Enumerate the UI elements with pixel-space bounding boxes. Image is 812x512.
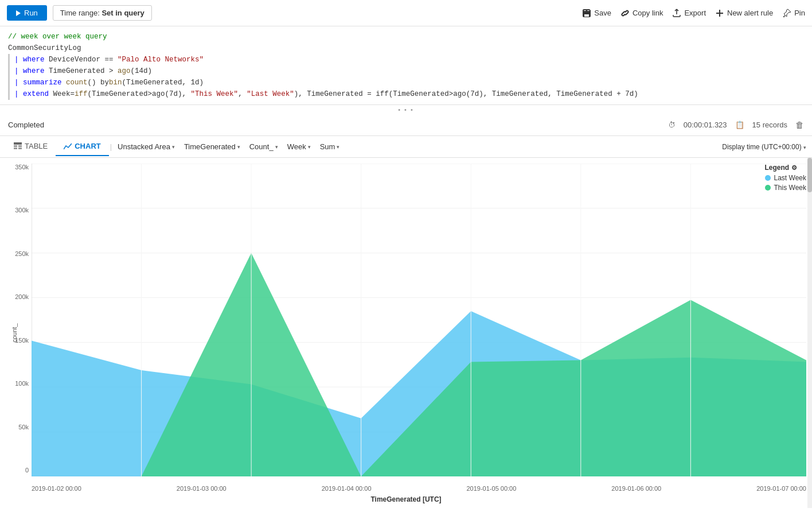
copy-records-icon: 📋 <box>735 121 744 129</box>
legend-title: Legend ⚙ <box>765 164 806 172</box>
chart-type-dropdown[interactable]: Unstacked Area ▾ <box>113 140 179 153</box>
legend-item-lastweek: Last Week <box>765 174 806 182</box>
pin-label: Pin <box>794 9 805 17</box>
y-tick-150k: 150k <box>15 337 29 344</box>
fn-iff: iff <box>75 88 88 100</box>
export-icon <box>672 9 681 18</box>
x-label-2: 2019-01-04 00:00 <box>322 485 372 492</box>
chevron-down-icon: ▾ <box>172 144 175 150</box>
results-bar-right: ⏱ 00:00:01.323 📋 15 records 🗑 <box>668 120 804 130</box>
x-axis-labels: 2019-01-02 00:00 2019-01-03 00:00 2019-0… <box>32 485 806 492</box>
query-field-2: TimeGenerated <box>49 65 105 77</box>
query-bar-4 <box>8 88 10 100</box>
time-range-label: Time range: <box>60 9 100 17</box>
chevron-down-icon-6: ▾ <box>803 145 806 150</box>
status-completed: Completed <box>8 121 44 129</box>
view-tabs: TABLE CHART | Unstacked Area ▾ TimeGener… <box>0 136 812 158</box>
legend-settings-icon[interactable]: ⚙ <box>791 164 797 171</box>
y-tick-350k: 350k <box>15 164 29 170</box>
fn-bin: bin <box>109 77 122 88</box>
y-tick-50k: 50k <box>18 424 29 430</box>
query-field-week: Week <box>53 88 71 100</box>
tab-separator: | <box>110 142 112 151</box>
run-button[interactable]: Run <box>7 5 47 21</box>
chevron-down-icon-4: ▾ <box>308 144 311 150</box>
plus-icon <box>715 9 724 18</box>
query-line-3: | where TimeGenerated > ago(14d) <box>8 65 804 77</box>
query-line-5: | extend Week = iff(TimeGenerated>ago(7d… <box>8 88 804 100</box>
y-tick-100k: 100k <box>15 380 29 387</box>
results-bar-left: Completed <box>8 121 44 129</box>
legend-item-thisweek: This Week <box>765 184 806 192</box>
aggregation-dropdown[interactable]: Sum ▾ <box>315 140 345 153</box>
display-time-label: Display time (UTC+00:00) <box>722 143 801 151</box>
time-range-button[interactable]: Time range: Set in query <box>53 5 152 21</box>
chart-type-label: Unstacked Area <box>118 142 170 151</box>
chevron-down-icon-5: ▾ <box>337 144 339 150</box>
tab-table[interactable]: TABLE <box>6 137 56 156</box>
svg-rect-3 <box>14 148 17 149</box>
keyword-summarize: | summarize <box>14 77 62 88</box>
play-icon <box>16 10 21 16</box>
save-icon <box>582 9 591 18</box>
svg-rect-0 <box>14 142 22 145</box>
fn-count: count <box>66 77 88 88</box>
toolbar-right: Save Copy link Export New alert rule Pin <box>582 9 805 18</box>
x-axis-label: TimeGenerated <box>184 142 236 151</box>
display-time-dropdown[interactable]: Display time (UTC+00:00) ▾ <box>722 143 806 151</box>
query-string-vendor: "Palo Alto Networks" <box>118 54 204 65</box>
tab-chart-label: CHART <box>75 142 101 150</box>
save-button[interactable]: Save <box>582 9 611 18</box>
keyword-where-2: | where <box>14 65 45 77</box>
legend-dot-thisweek <box>765 185 771 191</box>
svg-rect-2 <box>18 145 22 147</box>
y-tick-0: 0 <box>25 467 29 474</box>
aggregation-label: Sum <box>320 142 335 151</box>
legend-label-lastweek: Last Week <box>774 174 806 182</box>
fn-count-arg: () by <box>88 77 110 88</box>
svg-rect-1 <box>14 145 17 147</box>
scrollbar-track[interactable] <box>807 158 812 508</box>
x-axis-dropdown[interactable]: TimeGenerated ▾ <box>179 140 245 153</box>
legend-label-thisweek: This Week <box>774 184 806 192</box>
fn-bin-arg: (TimeGenerated, 1d) <box>122 77 204 88</box>
pin-button[interactable]: Pin <box>782 9 805 18</box>
y-tick-300k: 300k <box>15 207 29 214</box>
pin-icon <box>782 9 791 18</box>
chart-area: count_ 0 50k 100k 150k 200k 250k 300k 35… <box>0 158 812 508</box>
y-tick-250k: 250k <box>15 250 29 257</box>
y-tick-200k: 200k <box>15 293 29 300</box>
split-by-label: Week <box>287 142 306 151</box>
query-table: CommonSecurityLog <box>8 42 81 54</box>
delete-icon[interactable]: 🗑 <box>795 120 804 130</box>
query-line-2: | where DeviceVendor == "Palo Alto Netwo… <box>8 54 804 65</box>
split-by-dropdown[interactable]: Week ▾ <box>283 140 315 153</box>
scrollbar-thumb[interactable] <box>807 158 812 192</box>
chevron-down-icon-3: ▾ <box>275 144 278 150</box>
query-field: DeviceVendor <box>49 54 100 65</box>
tab-table-label: TABLE <box>25 142 48 150</box>
new-alert-rule-button[interactable]: New alert rule <box>715 9 773 18</box>
copy-link-label: Copy link <box>633 9 663 17</box>
x-label-5: 2019-01-07 00:00 <box>756 485 806 492</box>
export-label: Export <box>684 9 706 17</box>
fn-ago-arg: (14d) <box>131 65 153 77</box>
query-line-1: CommonSecurityLog <box>8 42 804 54</box>
legend-dot-lastweek <box>765 175 771 181</box>
y-axis-label: Count_ <box>249 142 274 151</box>
copy-link-button[interactable]: Copy link <box>620 9 663 18</box>
drag-handle[interactable]: • • • <box>0 105 812 114</box>
query-line-comment: // week over week query <box>8 31 804 42</box>
table-icon <box>14 142 22 150</box>
tab-chart[interactable]: CHART <box>56 137 109 156</box>
toolbar-left: Run Time range: Set in query <box>7 5 152 21</box>
export-button[interactable]: Export <box>672 9 706 18</box>
y-axis-dropdown[interactable]: Count_ ▾ <box>245 140 283 153</box>
fn-iff-arg: (TimeGenerated>ago(7d), "This Week", "La… <box>88 88 638 100</box>
run-label: Run <box>24 9 38 17</box>
x-label-3: 2019-01-05 00:00 <box>466 485 516 492</box>
link-icon <box>620 9 630 18</box>
query-editor[interactable]: // week over week query CommonSecurityLo… <box>0 26 812 105</box>
chevron-down-icon-2: ▾ <box>237 144 240 150</box>
x-label-1: 2019-01-03 00:00 <box>177 485 227 492</box>
